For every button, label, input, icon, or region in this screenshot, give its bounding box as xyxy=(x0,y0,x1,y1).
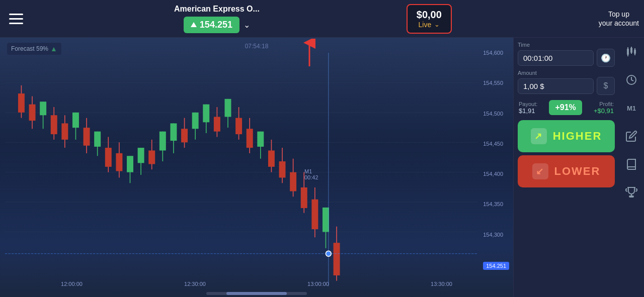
trophy-icon[interactable] xyxy=(622,183,640,202)
svg-rect-13 xyxy=(40,102,46,115)
svg-rect-11 xyxy=(29,105,36,121)
balance-amount: $0,00 xyxy=(417,9,442,21)
svg-rect-61 xyxy=(301,187,307,208)
asset-name: American Express O... xyxy=(174,5,260,14)
top-bar: American Express O... 154.251 ⌄ $0,00 Li… xyxy=(0,0,644,38)
amount-input[interactable]: 1,00 $ xyxy=(518,78,594,94)
time-row: 00:01:00 🕐 xyxy=(518,49,615,67)
svg-rect-57 xyxy=(279,161,286,177)
x-time-1: 12:00:00 xyxy=(61,281,83,287)
svg-rect-63 xyxy=(311,200,318,229)
svg-rect-9 xyxy=(18,93,25,113)
svg-rect-43 xyxy=(203,105,209,123)
time-label: Time xyxy=(518,42,615,48)
chart-time-label: 07:54:18 xyxy=(245,43,269,50)
amount-row: 1,00 $ $ xyxy=(518,77,615,95)
forecast-up-icon: ▲ xyxy=(50,45,57,53)
top-up-section[interactable]: Top up your account xyxy=(599,10,639,28)
svg-rect-53 xyxy=(257,132,264,147)
svg-rect-71 xyxy=(627,49,629,55)
svg-rect-31 xyxy=(138,148,144,163)
svg-rect-23 xyxy=(94,132,101,147)
payout-label: Payout: xyxy=(519,101,537,107)
amount-label: Amount xyxy=(518,70,615,76)
x-time-2: 12:30:00 xyxy=(184,281,206,287)
scrollbar-track[interactable] xyxy=(206,292,307,295)
main-area: Forecast 59% ▲ 07:54:18 xyxy=(0,38,644,297)
clock-icon[interactable] xyxy=(622,71,640,89)
x-time-3: 13:00:00 xyxy=(307,281,329,287)
svg-rect-29 xyxy=(127,156,133,172)
current-price-label: 154.251 xyxy=(483,262,509,270)
svg-rect-51 xyxy=(247,129,253,148)
currency-btn[interactable]: $ xyxy=(597,77,615,95)
top-up-line1: Top up xyxy=(608,10,629,19)
x-time-4: 13:30:00 xyxy=(431,281,452,287)
svg-rect-55 xyxy=(268,150,275,166)
time-input[interactable]: 00:01:00 xyxy=(518,50,594,66)
svg-rect-35 xyxy=(159,132,166,151)
svg-rect-49 xyxy=(235,118,242,134)
time-icon-btn[interactable]: 🕐 xyxy=(597,49,615,67)
lower-button[interactable]: ↙ LOWER xyxy=(518,155,615,187)
svg-rect-27 xyxy=(116,153,122,171)
price-label-1: 154,600 xyxy=(483,50,509,56)
svg-rect-15 xyxy=(51,115,57,134)
price-label-2: 154,550 xyxy=(483,80,509,86)
live-label: Live xyxy=(418,21,431,29)
asset-price-badge[interactable]: 154.251 xyxy=(184,17,239,33)
svg-rect-67 xyxy=(334,243,340,275)
svg-rect-65 xyxy=(323,208,329,232)
side-icons-panel: M1 xyxy=(619,38,644,297)
asset-section: American Express O... 154.251 ⌄ xyxy=(174,5,260,33)
right-panel: Time 00:01:00 🕐 Amount 1,00 $ $ Payout: … xyxy=(513,38,619,297)
up-arrow-icon xyxy=(191,22,197,27)
live-chevron-icon: ⌄ xyxy=(434,21,440,28)
asset-dropdown-icon[interactable]: ⌄ xyxy=(244,20,250,30)
scrollbar-thumb[interactable] xyxy=(226,292,287,295)
payout-pct-badge: +91% xyxy=(549,100,582,115)
price-label-5: 154,400 xyxy=(483,171,509,177)
profit-value: +$0,91 xyxy=(594,107,614,115)
chart-container: Forecast 59% ▲ 07:54:18 xyxy=(0,38,513,297)
payout-profit-row: Payout: $1,91 +91% Profit: +$0,91 xyxy=(518,98,615,117)
higher-label: HIGHER xyxy=(553,130,602,143)
amount-field: Amount 1,00 $ $ xyxy=(518,70,615,95)
book-icon[interactable] xyxy=(622,155,640,173)
svg-rect-59 xyxy=(290,172,296,191)
higher-button[interactable]: ↗ HIGHER xyxy=(518,120,615,152)
svg-rect-74 xyxy=(630,48,632,53)
m1-timeframe-label[interactable]: M1 xyxy=(622,99,640,117)
svg-rect-33 xyxy=(148,150,155,164)
payout-box: Payout: $1,91 xyxy=(519,101,537,115)
edit-icon[interactable] xyxy=(622,127,640,145)
forecast-label: Forecast 59% xyxy=(11,45,48,52)
m1-label: M1 00:42 xyxy=(304,168,318,180)
price-label-6: 154,350 xyxy=(483,201,509,207)
payout-value: $1,91 xyxy=(519,107,537,115)
hamburger-button[interactable] xyxy=(5,8,27,30)
price-label-7: 154,300 xyxy=(483,232,509,238)
svg-rect-39 xyxy=(181,129,188,142)
svg-point-70 xyxy=(326,251,331,256)
balance-live-row: Live ⌄ xyxy=(418,21,440,29)
asset-price-row: 154.251 ⌄ xyxy=(184,17,250,33)
svg-rect-41 xyxy=(192,113,199,129)
candlestick-view-icon[interactable] xyxy=(622,43,640,61)
time-field: Time 00:01:00 🕐 xyxy=(518,42,615,67)
y-axis-labels: 154,600 154,550 154,500 154,450 154,400 … xyxy=(483,38,509,282)
price-label-4: 154,450 xyxy=(483,141,509,147)
svg-rect-82 xyxy=(629,196,633,197)
svg-rect-19 xyxy=(72,113,79,128)
svg-rect-77 xyxy=(634,50,636,54)
profit-label: Profit: xyxy=(594,101,614,107)
svg-rect-25 xyxy=(105,148,112,167)
lower-label: LOWER xyxy=(554,165,601,178)
svg-rect-47 xyxy=(225,99,231,117)
arrow-indicator xyxy=(299,39,319,69)
higher-arrow-icon: ↗ xyxy=(531,128,547,144)
svg-rect-37 xyxy=(170,123,177,141)
profit-box: Profit: +$0,91 xyxy=(594,101,614,115)
lower-arrow-icon: ↙ xyxy=(532,163,548,179)
balance-section[interactable]: $0,00 Live ⌄ xyxy=(407,4,452,34)
